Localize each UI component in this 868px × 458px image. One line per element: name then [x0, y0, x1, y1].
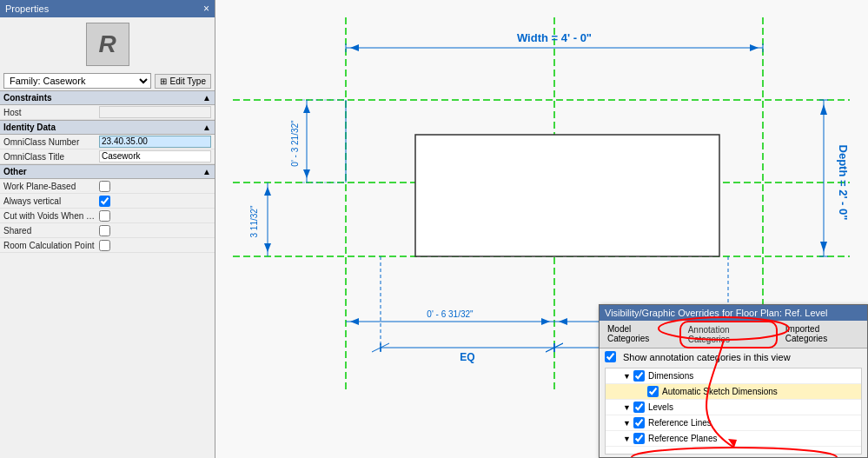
- tab-model-categories[interactable]: Model Categories: [600, 321, 679, 348]
- work-plane-checkbox[interactable]: [99, 181, 110, 192]
- svg-marker-23: [303, 104, 310, 113]
- prop-row-work-plane-based: Work Plane-Based: [0, 179, 215, 194]
- omniclass-number-value[interactable]: 23.40.35.00: [99, 136, 211, 148]
- tab-annotation-categories[interactable]: Annotation Categories: [679, 321, 778, 348]
- host-label: Host: [3, 108, 99, 117]
- expand-icon[interactable]: ▼: [623, 372, 633, 381]
- tree-row-auto-sketch: Automatic Sketch Dimensions: [606, 384, 861, 400]
- properties-title-bar: Properties ×: [0, 0, 215, 17]
- tree-row-levels: ▼ Levels: [606, 400, 861, 415]
- reference-planes-checkbox[interactable]: [633, 433, 645, 444]
- close-icon[interactable]: ×: [203, 3, 209, 15]
- main-canvas: Width = 4' - 0" Depth = 2' - 0" 0' - 3 2…: [215, 0, 868, 458]
- svg-text:Depth = 2' - 0": Depth = 2' - 0": [837, 145, 850, 221]
- svg-text:0' - 3 21/32": 0' - 3 21/32": [290, 120, 300, 167]
- svg-marker-16: [820, 104, 827, 115]
- cut-voids-checkbox[interactable]: [99, 210, 110, 222]
- work-plane-label: Work Plane-Based: [3, 182, 99, 191]
- tree-area: ▼ Dimensions Automatic Sketch Dimensions…: [605, 368, 862, 455]
- shared-checkbox[interactable]: [99, 225, 110, 236]
- prop-row-room-calc: Room Calculation Point: [0, 238, 215, 253]
- levels-label: Levels: [648, 402, 673, 412]
- prop-row-always-vertical: Always vertical: [0, 194, 215, 209]
- visibility-dialog: Visibility/Graphic Overrides for Floor P…: [599, 304, 868, 458]
- family-row: Family: Casework ⊞ Edit Type: [0, 71, 215, 90]
- omniclass-number-label: OmniClass Number: [3, 137, 99, 147]
- show-annotation-label: Show annotation categories in this view: [623, 352, 791, 362]
- cut-voids-label: Cut with Voids When Loa...: [3, 211, 99, 221]
- collapse-icon[interactable]: ▲: [202, 93, 211, 103]
- omniclass-title-label: OmniClass Title: [3, 152, 99, 162]
- tab-imported-categories[interactable]: Imported Categories: [778, 321, 867, 348]
- other-section-header: Other ▲: [0, 164, 215, 179]
- constraints-section-header: Constraints ▲: [0, 90, 215, 105]
- svg-marker-24: [303, 169, 310, 178]
- dialog-title-text: Visibility/Graphic Overrides for Floor P…: [605, 308, 828, 318]
- prop-row-shared: Shared: [0, 223, 215, 238]
- dialog-title-bar: Visibility/Graphic Overrides for Floor P…: [600, 305, 867, 321]
- svg-marker-31: [350, 318, 359, 325]
- revit-logo: R: [86, 23, 129, 66]
- edit-type-icon: ⊞: [160, 76, 167, 86]
- dimensions-checkbox[interactable]: [633, 370, 645, 382]
- prop-row-omniclass-number: OmniClass Number 23.40.35.00: [0, 135, 215, 149]
- tree-row-dimensions: ▼ Dimensions: [606, 368, 861, 384]
- room-calc-checkbox[interactable]: [99, 240, 110, 251]
- tree-row-reference-planes: ▼ Reference Planes: [606, 431, 861, 447]
- family-select[interactable]: Family: Casework: [3, 73, 151, 89]
- show-annotation-row: Show annotation categories in this view: [600, 348, 867, 365]
- dialog-tabs: Model Categories Annotation Categories I…: [600, 321, 867, 348]
- show-annotation-checkbox[interactable]: [605, 351, 616, 362]
- always-vertical-checkbox[interactable]: [99, 196, 110, 207]
- expand-icon-5[interactable]: ▼: [623, 435, 633, 443]
- collapse-icon-2[interactable]: ▲: [202, 123, 211, 132]
- levels-checkbox[interactable]: [633, 402, 645, 413]
- prop-row-cut-voids: Cut with Voids When Loa...: [0, 209, 215, 223]
- shared-label: Shared: [3, 226, 99, 236]
- svg-marker-35: [559, 318, 567, 325]
- svg-marker-27: [264, 187, 271, 196]
- reference-lines-checkbox[interactable]: [633, 417, 645, 428]
- svg-text:Width = 4' - 0": Width = 4' - 0": [517, 31, 592, 44]
- svg-text:3 11/32": 3 11/32": [249, 205, 259, 237]
- expand-icon-3[interactable]: ▼: [623, 403, 633, 412]
- svg-marker-10: [350, 44, 359, 51]
- host-value: [99, 106, 211, 118]
- properties-title: Properties: [5, 3, 49, 14]
- reference-planes-label: Reference Planes: [648, 434, 718, 443]
- always-vertical-label: Always vertical: [3, 196, 99, 206]
- expand-icon-4[interactable]: ▼: [623, 419, 633, 428]
- svg-text:0' - 6 31/32": 0' - 6 31/32": [427, 309, 474, 319]
- svg-marker-11: [750, 44, 759, 51]
- svg-marker-28: [264, 243, 271, 252]
- auto-sketch-label: Automatic Sketch Dimensions: [662, 387, 778, 396]
- svg-marker-17: [820, 242, 827, 252]
- collapse-icon-3[interactable]: ▲: [202, 167, 211, 176]
- edit-type-button[interactable]: ⊞ Edit Type: [155, 74, 211, 89]
- auto-sketch-checkbox[interactable]: [647, 386, 659, 397]
- properties-panel: Properties × R Family: Casework ⊞ Edit T…: [0, 0, 215, 458]
- room-calc-label: Room Calculation Point: [3, 241, 99, 250]
- svg-rect-6: [415, 135, 719, 256]
- tree-row-reference-lines: ▼ Reference Lines: [606, 415, 861, 431]
- dimensions-label: Dimensions: [648, 371, 693, 381]
- prop-row-omniclass-title: OmniClass Title Casework: [0, 149, 215, 164]
- omniclass-title-value[interactable]: Casework: [99, 150, 211, 163]
- prop-row-host: Host: [0, 105, 215, 120]
- svg-marker-32: [541, 318, 550, 325]
- svg-text:EQ: EQ: [460, 351, 474, 363]
- identity-data-section-header: Identity Data ▲: [0, 120, 215, 135]
- reference-lines-label: Reference Lines: [648, 418, 712, 428]
